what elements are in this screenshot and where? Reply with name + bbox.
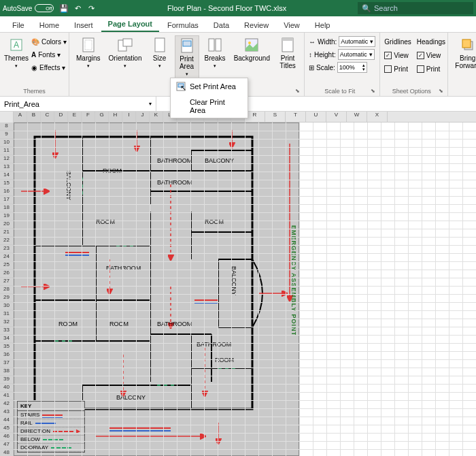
row-header[interactable]: 48: [0, 449, 13, 456]
tab-view[interactable]: View: [277, 18, 307, 32]
tab-home[interactable]: Home: [33, 18, 66, 32]
column-header[interactable]: J: [136, 112, 150, 122]
undo-icon[interactable]: ↶: [73, 3, 82, 13]
column-header[interactable]: T: [286, 112, 306, 122]
row-header[interactable]: 45: [0, 425, 13, 433]
set-print-area-item[interactable]: Set Print Area ↖: [171, 78, 248, 95]
row-header[interactable]: 33: [0, 327, 13, 335]
row-header[interactable]: 34: [0, 335, 13, 343]
effects-button[interactable]: ◉Effects ▾: [31, 61, 67, 74]
redo-icon[interactable]: ↷: [86, 3, 96, 13]
row-header[interactable]: 39: [0, 376, 13, 384]
row-header[interactable]: 29: [0, 294, 13, 302]
print-area-button[interactable]: Print Area▾: [175, 35, 199, 79]
column-header[interactable]: K: [150, 112, 163, 122]
save-icon[interactable]: 💾: [59, 3, 69, 13]
column-header[interactable]: I: [122, 112, 136, 122]
column-header[interactable]: W: [347, 112, 367, 122]
row-header[interactable]: 21: [0, 229, 13, 237]
tab-file[interactable]: File: [5, 18, 31, 32]
tab-help[interactable]: Help: [308, 18, 337, 32]
row-header[interactable]: 22: [0, 237, 13, 245]
row-header[interactable]: 44: [0, 417, 13, 425]
row-header[interactable]: 9: [0, 131, 13, 139]
row-header[interactable]: 16: [0, 188, 13, 196]
column-header[interactable]: H: [109, 112, 122, 122]
row-header[interactable]: 10: [0, 139, 13, 147]
row-header[interactable]: 36: [0, 351, 13, 359]
gridlines-print-check[interactable]: Print: [384, 63, 411, 75]
column-header[interactable]: C: [41, 112, 54, 122]
row-headers[interactable]: 8910111213141516171819202122232425262728…: [0, 112, 14, 456]
row-header[interactable]: 28: [0, 286, 13, 294]
dialog-launcher-icon[interactable]: ⬊: [439, 88, 443, 94]
headings-print-check[interactable]: Print: [417, 63, 445, 75]
row-header[interactable]: 37: [0, 359, 13, 368]
row-header[interactable]: 38: [0, 368, 13, 376]
column-header[interactable]: G: [95, 112, 109, 122]
row-header[interactable]: 40: [0, 384, 13, 392]
search-box[interactable]: 🔍 Search: [358, 2, 473, 14]
margins-button[interactable]: Margins▾: [73, 35, 103, 70]
tab-formulas[interactable]: Formulas: [160, 18, 205, 32]
column-header[interactable]: S: [265, 112, 286, 122]
row-header[interactable]: 13: [0, 163, 13, 172]
orientation-button[interactable]: Orientation▾: [106, 35, 145, 70]
dialog-launcher-icon[interactable]: ⬊: [295, 88, 300, 94]
name-box[interactable]: Print_Area▾: [0, 97, 156, 111]
tab-insert[interactable]: Insert: [67, 18, 100, 32]
row-header[interactable]: 17: [0, 196, 13, 204]
colors-button[interactable]: 🎨Colors ▾: [31, 35, 67, 48]
row-header[interactable]: 43: [0, 408, 13, 417]
row-header[interactable]: 18: [0, 204, 13, 212]
headings-view-check[interactable]: ✓View: [417, 49, 445, 61]
row-header[interactable]: 24: [0, 253, 13, 261]
themes-button[interactable]: A Themes ▾: [4, 35, 29, 70]
row-header[interactable]: 46: [0, 433, 13, 441]
column-header[interactable]: U: [306, 112, 326, 122]
autosave-toggle[interactable]: AutoSave Off: [3, 4, 54, 12]
background-button[interactable]: Background: [231, 35, 273, 63]
bring-forward-button[interactable]: Bring Forward: [452, 35, 476, 71]
row-header[interactable]: 31: [0, 310, 13, 319]
scale-spinner[interactable]: 100%▴▾: [337, 62, 367, 73]
size-button[interactable]: Size▾: [148, 35, 172, 70]
row-header[interactable]: 20: [0, 221, 13, 229]
cells-area[interactable]: BALCONY ROOM BATHROOM BALCONY BATHROOM R…: [14, 123, 476, 456]
gridlines-view-check[interactable]: ✓View: [384, 49, 411, 61]
row-header[interactable]: 8: [0, 123, 13, 131]
height-select[interactable]: Automatic▾: [338, 49, 375, 60]
row-header[interactable]: 26: [0, 270, 13, 278]
width-select[interactable]: Automatic▾: [339, 36, 375, 47]
row-header[interactable]: 32: [0, 319, 13, 327]
row-header[interactable]: 27: [0, 278, 13, 286]
floor-plan-range[interactable]: BALCONY ROOM BATHROOM BALCONY BATHROOM R…: [14, 123, 299, 456]
row-header[interactable]: 11: [0, 147, 13, 155]
row-header[interactable]: 47: [0, 441, 13, 449]
dialog-launcher-icon[interactable]: ⬊: [371, 88, 375, 94]
row-header[interactable]: 35: [0, 343, 13, 351]
row-header[interactable]: 19: [0, 212, 13, 221]
column-header[interactable]: V: [326, 112, 347, 122]
row-header[interactable]: 14: [0, 172, 13, 180]
print-titles-button[interactable]: Print Titles: [275, 35, 300, 71]
row-header[interactable]: 15: [0, 180, 13, 188]
fonts-button[interactable]: AFonts ▾: [31, 48, 67, 61]
column-header[interactable]: D: [54, 112, 68, 122]
column-header[interactable]: X: [367, 112, 388, 122]
row-header[interactable]: 42: [0, 400, 13, 408]
tab-review[interactable]: Review: [237, 18, 275, 32]
column-header[interactable]: B: [27, 112, 41, 122]
row-header[interactable]: 41: [0, 392, 13, 400]
tab-page-layout[interactable]: Page Layout: [101, 17, 159, 32]
row-header[interactable]: 23: [0, 245, 13, 253]
column-header[interactable]: A: [14, 112, 27, 122]
column-header[interactable]: E: [68, 112, 82, 122]
clear-print-area-item[interactable]: Clear Print Area: [171, 95, 248, 118]
row-header[interactable]: 25: [0, 261, 13, 270]
row-header[interactable]: 12: [0, 155, 13, 163]
breaks-button[interactable]: Breaks▾: [202, 35, 228, 70]
row-header[interactable]: 30: [0, 302, 13, 310]
column-header[interactable]: F: [82, 112, 95, 122]
tab-data[interactable]: Data: [207, 18, 236, 32]
